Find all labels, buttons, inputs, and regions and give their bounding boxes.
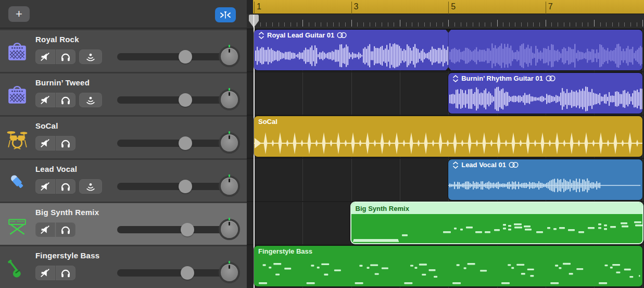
track-name[interactable]: Big Synth Remix — [35, 208, 99, 217]
mute-button[interactable] — [35, 93, 55, 107]
ruler-tick — [436, 22, 437, 27]
input-monitoring-button[interactable] — [79, 93, 102, 107]
ruler-tick — [375, 22, 376, 27]
mute-button[interactable] — [35, 266, 55, 280]
track-header-fingerstyle-bass[interactable]: Fingerstyle Bass — [0, 245, 247, 288]
mute-button[interactable] — [35, 179, 55, 194]
track-header-panel: + Royal Rock — [0, 0, 247, 288]
volume-slider-thumb[interactable] — [179, 93, 192, 107]
solo-button[interactable] — [56, 136, 75, 151]
solo-button[interactable] — [56, 179, 75, 194]
ruler-tick — [485, 22, 485, 27]
pan-knob[interactable] — [221, 221, 238, 238]
ruler-tick — [443, 22, 443, 27]
stereo-icon — [509, 161, 519, 168]
solo-button[interactable] — [56, 222, 75, 237]
track-header-burnin-tweed[interactable]: Burnin’ Tweed — [0, 72, 247, 115]
volume-slider-thumb[interactable] — [181, 223, 194, 236]
pan-center-led — [229, 88, 230, 91]
ruler-tick — [509, 22, 510, 27]
loop-follow-icon — [452, 75, 459, 82]
volume-slider-thumb[interactable] — [179, 136, 192, 150]
ruler-tick — [479, 22, 479, 27]
ruler-tick — [351, 20, 352, 27]
ruler-tick — [521, 22, 522, 27]
input-monitoring-button[interactable] — [79, 179, 102, 194]
volume-slider[interactable] — [117, 140, 224, 147]
volume-slider[interactable] — [117, 96, 224, 104]
region-label: Royal Lead Guitar 01 — [258, 31, 347, 39]
solo-button[interactable] — [56, 49, 75, 64]
pan-knob[interactable] — [221, 91, 238, 108]
ruler-tick — [448, 20, 449, 27]
mute-button[interactable] — [35, 222, 55, 237]
pan-center-led — [229, 131, 230, 134]
ruler-tick — [612, 22, 613, 27]
ruler-tick — [266, 22, 267, 27]
ruler-tick — [272, 22, 273, 27]
track-name[interactable]: Royal Rock — [35, 35, 79, 44]
volume-slider-thumb[interactable] — [179, 180, 192, 193]
ruler-tick — [327, 22, 327, 27]
region-royal-lead-guitar-01[interactable]: Royal Lead Guitar 01 — [254, 30, 642, 70]
track-name[interactable]: Burnin’ Tweed — [35, 78, 90, 87]
track-header-royal-rock[interactable]: Royal Rock — [0, 29, 247, 72]
ruler-tick — [539, 22, 540, 27]
ruler-tick — [497, 20, 498, 27]
track-header-socal[interactable]: SoCal — [0, 115, 247, 158]
catch-playhead-button[interactable] — [215, 7, 236, 22]
ruler-tick — [558, 22, 558, 27]
volume-slider[interactable] — [117, 226, 224, 233]
playhead-handle[interactable] — [249, 15, 259, 28]
ruler-tick — [461, 22, 461, 27]
ruler-tick — [291, 22, 291, 27]
track-header-lead-vocal[interactable]: Lead Vocal — [0, 158, 247, 202]
ruler-tick — [388, 22, 388, 27]
region-fingerstyle-bass[interactable]: Fingerstyle Bass — [254, 246, 642, 286]
beat-ruler[interactable]: 1357 — [247, 0, 644, 29]
ruler-tick — [551, 22, 552, 27]
region-lead-vocal-01[interactable]: Lead Vocal 01 — [448, 159, 642, 200]
cycle-range-bar[interactable]: 1357 — [253, 0, 644, 14]
volume-slider-thumb[interactable] — [179, 50, 192, 64]
ruler-tick — [606, 22, 607, 27]
ruler-tick — [600, 22, 601, 27]
track-name[interactable]: Fingerstyle Bass — [35, 251, 99, 260]
volume-slider[interactable] — [117, 53, 224, 60]
ruler-tick — [339, 22, 339, 27]
volume-slider[interactable] — [117, 183, 224, 190]
ruler-tick — [527, 22, 528, 27]
input-monitoring-button[interactable] — [79, 49, 102, 64]
region-label: Fingerstyle Bass — [258, 247, 312, 255]
solo-button[interactable] — [56, 93, 75, 107]
region-big-synth-remix[interactable]: Big Synth Remix — [351, 203, 643, 243]
mute-button[interactable] — [35, 136, 55, 151]
ruler-tick — [394, 22, 394, 27]
volume-slider[interactable] — [117, 269, 224, 277]
ruler-tick — [357, 22, 358, 27]
measure-label-7: 7 — [546, 2, 553, 14]
track-header-big-synth-remix[interactable]: Big Synth Remix — [0, 202, 247, 245]
track-name[interactable]: SoCal — [35, 121, 58, 130]
track-name[interactable]: Lead Vocal — [35, 165, 77, 173]
pan-center-led — [229, 45, 230, 47]
pan-center-led — [229, 261, 230, 264]
add-track-button[interactable]: + — [8, 6, 30, 22]
catch-playhead-icon — [219, 10, 232, 20]
pan-knob-tick — [229, 265, 230, 269]
ruler-tick — [454, 22, 455, 27]
volume-slider-thumb[interactable] — [181, 266, 194, 280]
pan-knob[interactable] — [221, 178, 238, 195]
region-burnin-rhythm-guitar-01[interactable]: Burnin’ Rhythm Guitar 01 — [448, 73, 642, 114]
loop-follow-icon — [258, 32, 264, 39]
mute-button[interactable] — [35, 49, 55, 64]
ruler-tick — [546, 20, 546, 27]
pan-knob-tick — [229, 135, 230, 139]
drum-kit-icon — [5, 127, 29, 150]
pan-knob[interactable] — [221, 134, 238, 152]
pan-knob[interactable] — [221, 48, 238, 65]
lane-separator — [247, 71, 644, 72]
region-socal[interactable]: SoCal — [254, 116, 642, 157]
solo-button[interactable] — [56, 266, 75, 280]
pan-knob[interactable] — [221, 264, 238, 281]
